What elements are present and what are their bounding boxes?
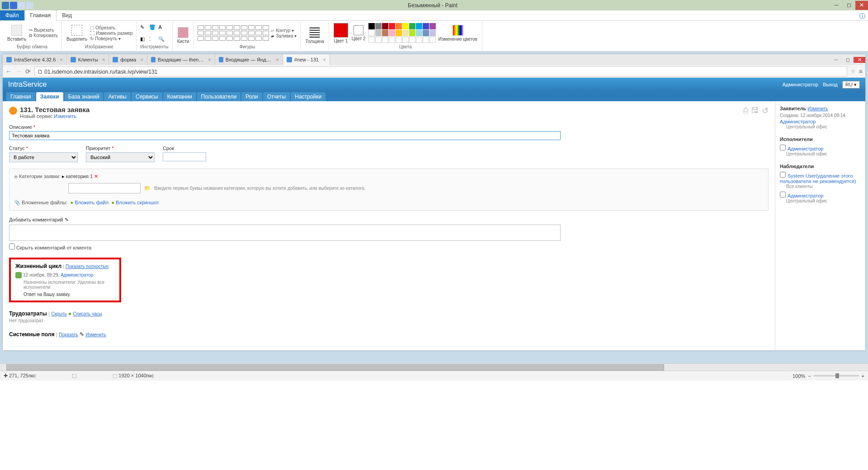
zoom-in[interactable]: + (862, 373, 864, 379)
nav-tab[interactable]: Настройки (291, 92, 326, 101)
color2-button[interactable]: Цвет 2 (351, 24, 367, 42)
bookmark-icon[interactable]: ☆ (851, 68, 855, 74)
scrollbar-thumb[interactable] (6, 364, 664, 371)
rotate-button[interactable]: ↻ Повернуть ▾ (90, 36, 132, 41)
browser-tab[interactable]: IntraService 4.32.6× (3, 54, 67, 65)
shape-outline-button[interactable]: ▱ Контур ▾ (271, 28, 297, 33)
tab-close-icon[interactable]: × (140, 57, 143, 62)
text-tool[interactable]: A (158, 24, 166, 30)
fill-tool[interactable]: 🪣 (149, 24, 157, 30)
attach-screenshot-link[interactable]: Вложить скриншот (116, 200, 159, 205)
status-select[interactable]: В работе (9, 152, 78, 162)
current-user[interactable]: Администратор (783, 82, 818, 87)
person-checkbox[interactable] (780, 192, 786, 197)
lifecycle-user[interactable]: Администратор (61, 273, 93, 277)
browser-close[interactable]: ✕ (854, 57, 865, 63)
close-button[interactable]: ✕ (855, 1, 868, 10)
back-button[interactable]: ← (5, 68, 12, 75)
size-button[interactable]: Толщина (304, 26, 325, 45)
paste-button[interactable]: Вставить (6, 24, 27, 42)
sysfields-show-link[interactable]: Показать (59, 332, 78, 337)
sysfields-edit-link[interactable]: Изменить (85, 332, 106, 337)
nav-tab[interactable]: Заявки (36, 92, 63, 101)
save-icon[interactable] (10, 2, 17, 9)
nav-tab[interactable]: База знаний (64, 92, 104, 101)
zoom-slider[interactable] (814, 375, 859, 376)
attach-file-link[interactable]: Вложить файл (75, 200, 108, 205)
nav-tab[interactable]: Роли (241, 92, 262, 101)
redo-icon[interactable] (26, 2, 33, 9)
zoom-tool[interactable]: 🔍 (158, 36, 166, 42)
category-input[interactable] (68, 183, 141, 193)
nav-tab[interactable]: Активы (104, 92, 131, 101)
nav-tab[interactable]: Отчеты (263, 92, 290, 101)
browser-maximize[interactable]: ◻ (842, 57, 854, 63)
reload-button[interactable]: ⟳ (25, 68, 31, 75)
change-service-link[interactable]: Изменить (54, 113, 76, 119)
priority-select[interactable]: Высокий (86, 152, 155, 162)
deadline-input[interactable] (163, 152, 206, 161)
action-icon-1[interactable]: ⎙ (743, 106, 748, 116)
view-tab[interactable]: Вид (57, 10, 77, 20)
category-remove[interactable]: ✕ (94, 174, 98, 179)
tab-close-icon[interactable]: × (323, 57, 326, 62)
undo-icon[interactable] (18, 2, 25, 9)
tab-close-icon[interactable]: × (60, 57, 62, 62)
nav-tab[interactable]: Главная (6, 92, 35, 101)
resize-button[interactable]: ⛶ Изменить размер (90, 31, 132, 36)
description-input[interactable] (9, 131, 561, 140)
pencil-tool[interactable]: ✎ (140, 24, 148, 30)
nav-tab[interactable]: Пользователи (197, 92, 241, 101)
eraser-tool[interactable]: ◧ (140, 36, 148, 42)
person-link[interactable]: Администратор (788, 146, 823, 151)
requester-user[interactable]: Администратор (780, 119, 861, 124)
help-icon[interactable]: ⓘ (859, 12, 865, 20)
menu-icon[interactable]: ≡ (859, 68, 863, 75)
browser-tab[interactable]: Входящие — Яндекс.По× (215, 54, 283, 65)
category-browse-icon[interactable]: 📁 (144, 185, 151, 191)
effort-hide-link[interactable]: Скрыть (52, 311, 67, 316)
browser-tab[interactable]: форма× (109, 54, 147, 65)
shapes-gallery[interactable] (198, 25, 269, 41)
comment-edit-icon[interactable]: ✎ (65, 217, 69, 222)
hide-comment-checkbox[interactable] (9, 244, 15, 249)
tab-close-icon[interactable]: × (208, 57, 211, 62)
forward-button[interactable]: → (15, 68, 22, 75)
color1-button[interactable]: Цвет 1 (333, 22, 349, 44)
copy-button[interactable]: ⧉ Копировать (29, 33, 58, 38)
edit-colors-button[interactable]: Изменение цветов (438, 24, 478, 42)
person-checkbox[interactable] (780, 172, 786, 178)
person-link[interactable]: System User(удаление этого пользователя … (780, 173, 856, 184)
nav-tab[interactable]: Сервисы (132, 92, 162, 101)
effort-add-link[interactable]: Списать часы (73, 311, 102, 316)
home-tab[interactable]: Главная (24, 10, 57, 21)
color-palette[interactable] (368, 23, 436, 43)
action-undo-icon[interactable]: ↺ (762, 106, 769, 116)
logout-link[interactable]: Выход (823, 82, 838, 87)
zoom-out[interactable]: − (808, 373, 811, 379)
lifecycle-show-full[interactable]: Показать полностью (66, 264, 108, 269)
browser-tab[interactable]: #new - 131× (283, 54, 330, 65)
browser-minimize[interactable]: ─ (830, 57, 842, 63)
nav-tab[interactable]: Компании (163, 92, 196, 101)
language-select[interactable]: RU ▾ (842, 81, 860, 89)
maximize-button[interactable]: ◻ (843, 1, 855, 10)
cut-button[interactable]: ✂ Вырезать (29, 28, 58, 33)
horizontal-scrollbar[interactable] (0, 363, 868, 371)
action-save-icon[interactable]: 🖫 (751, 106, 759, 116)
person-link[interactable]: Администратор (788, 193, 823, 198)
select-button[interactable]: Выделить (66, 24, 88, 42)
minimize-button[interactable]: ─ (830, 1, 843, 10)
tab-close-icon[interactable]: × (276, 57, 278, 62)
brushes-button[interactable]: Кисти (176, 26, 190, 45)
browser-tab[interactable]: Клиенты× (67, 54, 109, 65)
browser-tab[interactable]: Входящие — theniceguy× (147, 54, 215, 65)
person-checkbox[interactable] (780, 145, 786, 150)
crop-button[interactable]: ⬚ Обрезать (90, 25, 132, 30)
shape-fill-button[interactable]: ▰ Заливка ▾ (271, 33, 297, 38)
url-input[interactable]: 🗋 01.isdemon.dev.intravision.ru/task.ivp… (34, 66, 847, 76)
tab-close-icon[interactable]: × (102, 57, 105, 62)
requester-change[interactable]: Изменить (807, 106, 828, 111)
file-tab[interactable]: Файл (0, 10, 24, 20)
picker-tool[interactable]: ⁚ (149, 36, 157, 42)
